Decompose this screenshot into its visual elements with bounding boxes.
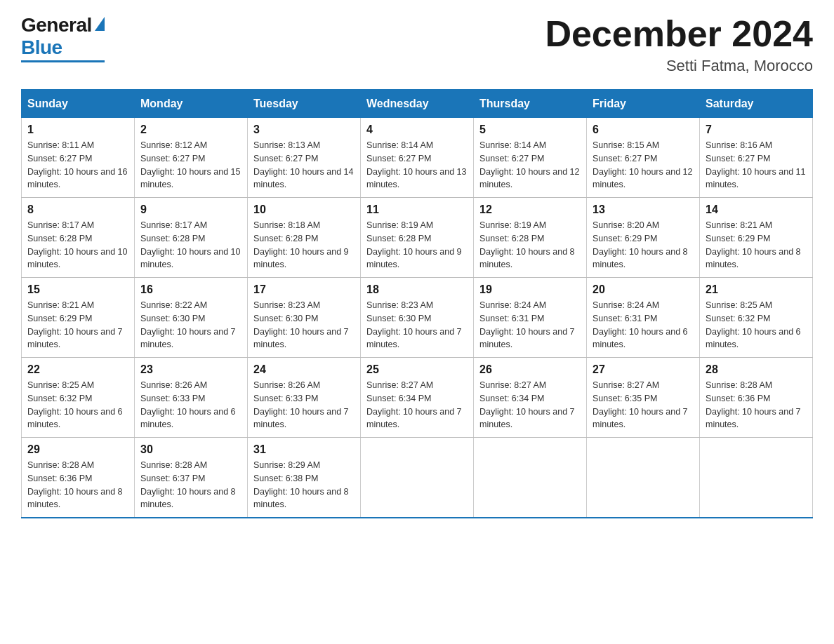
calendar-cell: 18Sunrise: 8:23 AMSunset: 6:30 PMDayligh… (361, 278, 474, 358)
calendar-cell: 23Sunrise: 8:26 AMSunset: 6:33 PMDayligh… (135, 358, 248, 438)
calendar-cell: 6Sunrise: 8:15 AMSunset: 6:27 PMDaylight… (587, 118, 700, 198)
day-number: 9 (140, 203, 241, 216)
day-info: Sunrise: 8:28 AMSunset: 6:36 PMDaylight:… (706, 379, 807, 431)
day-number: 3 (253, 123, 355, 136)
day-info: Sunrise: 8:11 AMSunset: 6:27 PMDaylight:… (27, 139, 128, 192)
calendar-cell: 21Sunrise: 8:25 AMSunset: 6:32 PMDayligh… (700, 278, 813, 358)
day-number: 11 (366, 203, 468, 216)
logo-general-text: General (21, 14, 92, 36)
day-number: 15 (27, 283, 128, 296)
day-number: 5 (479, 123, 581, 136)
day-number: 29 (27, 443, 128, 456)
day-number: 31 (253, 443, 355, 456)
day-number: 1 (27, 123, 128, 136)
calendar-cell: 30Sunrise: 8:28 AMSunset: 6:37 PMDayligh… (135, 438, 248, 518)
calendar-cell: 24Sunrise: 8:26 AMSunset: 6:33 PMDayligh… (248, 358, 361, 438)
calendar-day-header: Sunday (22, 90, 135, 118)
day-number: 24 (253, 363, 355, 376)
day-info: Sunrise: 8:25 AMSunset: 6:32 PMDaylight:… (27, 379, 128, 431)
day-number: 12 (479, 203, 581, 216)
calendar-cell: 5Sunrise: 8:14 AMSunset: 6:27 PMDaylight… (474, 118, 587, 198)
day-number: 14 (706, 203, 807, 216)
calendar-cell (474, 438, 587, 518)
day-number: 25 (366, 363, 468, 376)
calendar-week-row: 1Sunrise: 8:11 AMSunset: 6:27 PMDaylight… (22, 118, 813, 198)
day-info: Sunrise: 8:15 AMSunset: 6:27 PMDaylight:… (593, 139, 694, 192)
day-info: Sunrise: 8:26 AMSunset: 6:33 PMDaylight:… (253, 379, 355, 431)
day-number: 2 (140, 123, 241, 136)
calendar-week-row: 29Sunrise: 8:28 AMSunset: 6:36 PMDayligh… (22, 438, 813, 518)
day-info: Sunrise: 8:17 AMSunset: 6:28 PMDaylight:… (27, 219, 128, 271)
day-number: 6 (593, 123, 694, 136)
calendar-cell: 16Sunrise: 8:22 AMSunset: 6:30 PMDayligh… (135, 278, 248, 358)
day-info: Sunrise: 8:26 AMSunset: 6:33 PMDaylight:… (140, 379, 241, 431)
logo-underline (21, 60, 105, 62)
day-info: Sunrise: 8:23 AMSunset: 6:30 PMDaylight:… (366, 299, 468, 351)
calendar-cell: 3Sunrise: 8:13 AMSunset: 6:27 PMDaylight… (248, 118, 361, 198)
day-number: 21 (706, 283, 807, 296)
day-info: Sunrise: 8:19 AMSunset: 6:28 PMDaylight:… (479, 219, 581, 271)
calendar-day-header: Thursday (474, 90, 587, 118)
day-info: Sunrise: 8:17 AMSunset: 6:28 PMDaylight:… (140, 219, 241, 271)
title-section: December 2024 Setti Fatma, Morocco (545, 14, 813, 75)
calendar-cell: 15Sunrise: 8:21 AMSunset: 6:29 PMDayligh… (22, 278, 135, 358)
calendar-cell: 22Sunrise: 8:25 AMSunset: 6:32 PMDayligh… (22, 358, 135, 438)
calendar-cell: 10Sunrise: 8:18 AMSunset: 6:28 PMDayligh… (248, 198, 361, 278)
day-info: Sunrise: 8:16 AMSunset: 6:27 PMDaylight:… (706, 139, 807, 192)
calendar-day-header: Monday (135, 90, 248, 118)
calendar-table: SundayMondayTuesdayWednesdayThursdayFrid… (21, 89, 813, 518)
day-number: 10 (253, 203, 355, 216)
calendar-cell: 19Sunrise: 8:24 AMSunset: 6:31 PMDayligh… (474, 278, 587, 358)
day-info: Sunrise: 8:21 AMSunset: 6:29 PMDaylight:… (706, 219, 807, 271)
day-info: Sunrise: 8:28 AMSunset: 6:37 PMDaylight:… (140, 459, 241, 511)
calendar-day-header: Wednesday (361, 90, 474, 118)
day-info: Sunrise: 8:13 AMSunset: 6:27 PMDaylight:… (253, 139, 355, 192)
calendar-cell: 11Sunrise: 8:19 AMSunset: 6:28 PMDayligh… (361, 198, 474, 278)
logo: General Blue (21, 14, 105, 62)
calendar-week-row: 22Sunrise: 8:25 AMSunset: 6:32 PMDayligh… (22, 358, 813, 438)
calendar-cell: 20Sunrise: 8:24 AMSunset: 6:31 PMDayligh… (587, 278, 700, 358)
day-number: 4 (366, 123, 468, 136)
day-number: 22 (27, 363, 128, 376)
day-number: 13 (593, 203, 694, 216)
day-info: Sunrise: 8:29 AMSunset: 6:38 PMDaylight:… (253, 459, 355, 511)
day-number: 28 (706, 363, 807, 376)
calendar-cell: 27Sunrise: 8:27 AMSunset: 6:35 PMDayligh… (587, 358, 700, 438)
calendar-header-row: SundayMondayTuesdayWednesdayThursdayFrid… (22, 90, 813, 118)
calendar-week-row: 15Sunrise: 8:21 AMSunset: 6:29 PMDayligh… (22, 278, 813, 358)
month-title: December 2024 (545, 14, 813, 54)
calendar-cell: 2Sunrise: 8:12 AMSunset: 6:27 PMDaylight… (135, 118, 248, 198)
day-info: Sunrise: 8:25 AMSunset: 6:32 PMDaylight:… (706, 299, 807, 351)
calendar-cell (361, 438, 474, 518)
day-info: Sunrise: 8:27 AMSunset: 6:35 PMDaylight:… (593, 379, 694, 431)
day-number: 27 (593, 363, 694, 376)
calendar-cell: 25Sunrise: 8:27 AMSunset: 6:34 PMDayligh… (361, 358, 474, 438)
day-number: 17 (253, 283, 355, 296)
calendar-cell: 8Sunrise: 8:17 AMSunset: 6:28 PMDaylight… (22, 198, 135, 278)
day-number: 20 (593, 283, 694, 296)
day-number: 8 (27, 203, 128, 216)
day-info: Sunrise: 8:20 AMSunset: 6:29 PMDaylight:… (593, 219, 694, 271)
day-info: Sunrise: 8:19 AMSunset: 6:28 PMDaylight:… (366, 219, 468, 271)
calendar-cell: 14Sunrise: 8:21 AMSunset: 6:29 PMDayligh… (700, 198, 813, 278)
logo-triangle-icon (95, 17, 105, 31)
day-info: Sunrise: 8:28 AMSunset: 6:36 PMDaylight:… (27, 459, 128, 511)
calendar-cell (700, 438, 813, 518)
day-info: Sunrise: 8:27 AMSunset: 6:34 PMDaylight:… (366, 379, 468, 431)
day-info: Sunrise: 8:24 AMSunset: 6:31 PMDaylight:… (593, 299, 694, 351)
day-info: Sunrise: 8:14 AMSunset: 6:27 PMDaylight:… (479, 139, 581, 192)
calendar-day-header: Friday (587, 90, 700, 118)
calendar-day-header: Saturday (700, 90, 813, 118)
page-header: General Blue December 2024 Setti Fatma, … (21, 14, 813, 75)
day-info: Sunrise: 8:14 AMSunset: 6:27 PMDaylight:… (366, 139, 468, 192)
calendar-cell: 13Sunrise: 8:20 AMSunset: 6:29 PMDayligh… (587, 198, 700, 278)
calendar-cell (587, 438, 700, 518)
day-number: 7 (706, 123, 807, 136)
day-number: 16 (140, 283, 241, 296)
day-info: Sunrise: 8:18 AMSunset: 6:28 PMDaylight:… (253, 219, 355, 271)
calendar-cell: 26Sunrise: 8:27 AMSunset: 6:34 PMDayligh… (474, 358, 587, 438)
day-info: Sunrise: 8:23 AMSunset: 6:30 PMDaylight:… (253, 299, 355, 351)
day-number: 26 (479, 363, 581, 376)
day-number: 18 (366, 283, 468, 296)
location-subtitle: Setti Fatma, Morocco (545, 57, 813, 75)
